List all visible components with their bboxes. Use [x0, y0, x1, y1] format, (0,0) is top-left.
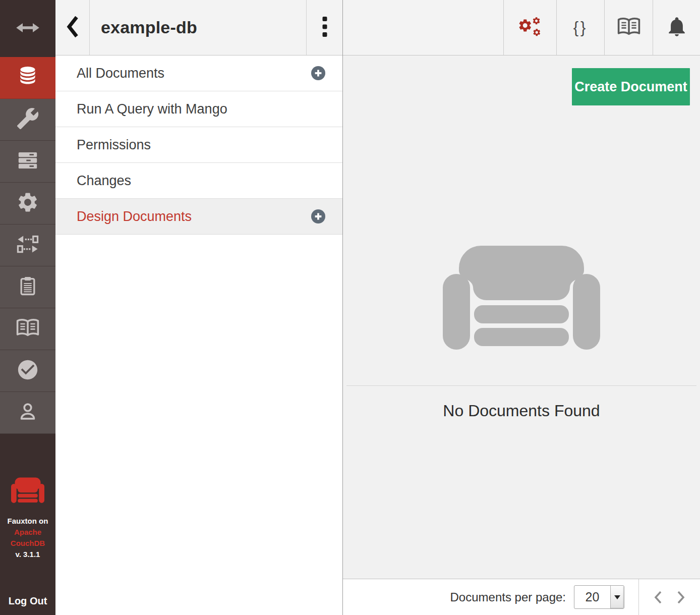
- main-header-spacer: [343, 0, 503, 55]
- list-item-label: Permissions: [77, 137, 151, 153]
- sidebar-item-active-tasks[interactable]: [0, 141, 55, 183]
- sidebar-item-configuration[interactable]: [0, 183, 55, 225]
- check-circle-icon: [16, 358, 39, 383]
- clipboard-icon: [17, 274, 39, 300]
- sidebar-item-replication[interactable]: [0, 225, 55, 266]
- documents-content: Create Document No Documents Found: [343, 55, 700, 579]
- book-icon: [16, 316, 40, 342]
- database-panel-header: example-db: [55, 0, 342, 55]
- sidebar-footer: Fauxton on Apache CouchDB v. 3.1.1 Log O…: [0, 434, 55, 615]
- add-design-document-button[interactable]: [311, 209, 326, 224]
- chevron-left-icon: [65, 15, 80, 40]
- server-stack-icon: [16, 149, 39, 174]
- main-header: {}: [343, 0, 700, 55]
- fauxton-app: Fauxton on Apache CouchDB v. 3.1.1 Log O…: [0, 0, 700, 615]
- empty-couch-illustration: [443, 246, 600, 352]
- documentation-button[interactable]: [604, 0, 653, 55]
- sidebar-expand-button[interactable]: [0, 0, 55, 57]
- database-panel: example-db All Documents Run A Query wit…: [55, 0, 343, 615]
- documents-main-area: {} Create Docume: [343, 0, 700, 615]
- per-page-zone: Documents per page: 20: [343, 579, 638, 615]
- api-url-button[interactable]: {}: [556, 0, 604, 55]
- create-document-button[interactable]: Create Document: [572, 68, 690, 105]
- back-button[interactable]: [55, 0, 90, 55]
- user-icon: [17, 400, 39, 425]
- notification-bell-icon: [666, 16, 688, 40]
- content-divider: [346, 385, 696, 386]
- documents-per-page-select[interactable]: 20: [574, 585, 624, 609]
- select-dropdown-arrow: [610, 586, 624, 608]
- list-item-permissions[interactable]: Permissions: [55, 127, 342, 163]
- replication-icon: [16, 233, 39, 258]
- list-item-label: Design Documents: [77, 209, 192, 225]
- add-document-button[interactable]: [311, 66, 326, 81]
- previous-page-button[interactable]: [653, 590, 663, 604]
- documents-per-page-label: Documents per page:: [450, 590, 566, 604]
- database-title-cell: example-db: [90, 0, 306, 55]
- database-actions-button[interactable]: [503, 0, 556, 55]
- list-item-label: Run A Query with Mango: [77, 101, 227, 117]
- version-number: v. 3.1.1: [8, 549, 48, 560]
- sidebar-item-setup[interactable]: [0, 99, 55, 141]
- per-page-selected-value: 20: [574, 586, 610, 608]
- sidebar-item-documentation[interactable]: [0, 308, 55, 350]
- pagination-footer: Documents per page: 20: [343, 579, 700, 615]
- sidebar-item-verify[interactable]: [0, 350, 55, 392]
- sidebar-item-active-docs[interactable]: [0, 266, 55, 308]
- fauxton-on-line: Fauxton on: [8, 516, 48, 527]
- notifications-button[interactable]: [653, 0, 700, 55]
- next-page-button[interactable]: [676, 590, 686, 604]
- couchdb-logo-icon: [11, 477, 44, 507]
- apache-line: Apache: [8, 527, 48, 538]
- kebab-menu-icon: [322, 17, 327, 39]
- version-text: Fauxton on Apache CouchDB v. 3.1.1: [8, 516, 48, 560]
- logout-link[interactable]: Log Out: [9, 595, 47, 607]
- sidebar-item-databases[interactable]: [0, 57, 55, 99]
- gears-icon: [517, 15, 543, 40]
- resize-arrows-icon: [16, 21, 40, 36]
- sidebar-item-account[interactable]: [0, 392, 55, 434]
- page-navigation: [638, 579, 700, 615]
- list-item-label: All Documents: [77, 66, 164, 81]
- list-item-run-query-mango[interactable]: Run A Query with Mango: [55, 91, 342, 127]
- wrench-icon: [16, 107, 39, 132]
- primary-sidebar: Fauxton on Apache CouchDB v. 3.1.1 Log O…: [0, 0, 55, 615]
- database-name-title: example-db: [101, 18, 197, 37]
- json-braces-icon: {}: [573, 19, 588, 37]
- list-item-changes[interactable]: Changes: [55, 163, 342, 199]
- list-item-design-documents[interactable]: Design Documents: [55, 199, 342, 235]
- database-options-menu-button[interactable]: [306, 0, 342, 55]
- list-item-label: Changes: [77, 173, 131, 189]
- list-item-all-documents[interactable]: All Documents: [55, 55, 342, 91]
- documentation-book-icon: [617, 15, 641, 41]
- database-icon: [15, 64, 40, 91]
- couchdb-line: CouchDB: [8, 538, 48, 549]
- gear-icon: [16, 191, 39, 216]
- no-documents-message: No Documents Found: [343, 402, 700, 420]
